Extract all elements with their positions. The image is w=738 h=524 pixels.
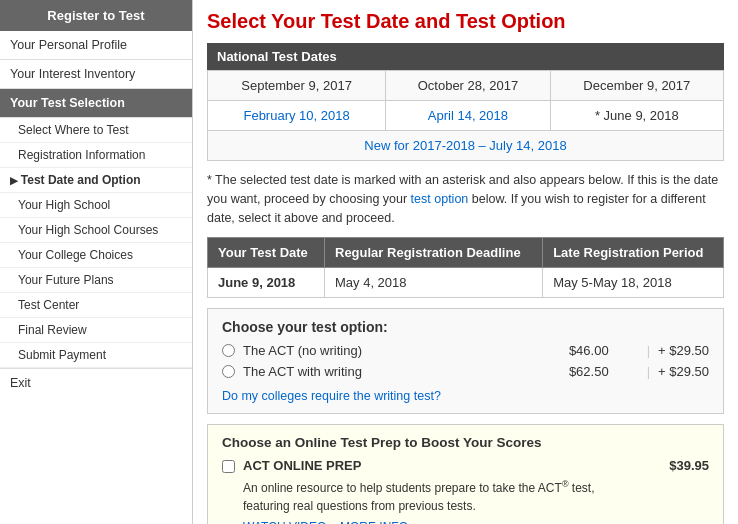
- selected-date-table: Your Test Date Regular Registration Dead…: [207, 237, 724, 298]
- new-dates-link[interactable]: New for 2017-2018 – July 14, 2018: [364, 138, 566, 153]
- national-dates-table: September 9, 2017 October 28, 2017 Decem…: [207, 70, 724, 161]
- sidebar-item-select-where[interactable]: Select Where to Test: [0, 118, 192, 143]
- selected-date-row: June 9, 2018 May 4, 2018 May 5-May 18, 2…: [208, 268, 724, 298]
- more-info-link[interactable]: MORE INFO: [340, 520, 408, 524]
- date-cell: September 9, 2017: [208, 71, 386, 101]
- sidebar-item-test-center[interactable]: Test Center: [0, 293, 192, 318]
- act-no-writing-row: The ACT (no writing) $46.00 | + $29.50: [222, 343, 709, 358]
- test-option-box: Choose your test option: The ACT (no wri…: [207, 308, 724, 414]
- date-cell[interactable]: February 10, 2018: [208, 101, 386, 131]
- date-cell[interactable]: April 14, 2018: [386, 101, 551, 131]
- table-header-row: Your Test Date Regular Registration Dead…: [208, 238, 724, 268]
- new-dates-cell[interactable]: New for 2017-2018 – July 14, 2018: [208, 131, 724, 161]
- test-option-link[interactable]: test option: [411, 192, 469, 206]
- late-period-value: May 5-May 18, 2018: [543, 268, 724, 298]
- col-header-late: Late Registration Period: [543, 238, 724, 268]
- date-link[interactable]: February 10, 2018: [243, 108, 349, 123]
- online-prep-title: Choose an Online Test Prep to Boost Your…: [222, 435, 709, 450]
- regular-deadline-value: May 4, 2018: [325, 268, 543, 298]
- exit-button[interactable]: Exit: [0, 368, 192, 397]
- online-prep-name: ACT ONLINE PREP: [243, 458, 361, 473]
- national-test-dates-header: National Test Dates: [207, 43, 724, 70]
- page-title: Select Your Test Date and Test Option: [207, 10, 724, 33]
- sidebar-item-hs-courses[interactable]: Your High School Courses: [0, 218, 192, 243]
- date-link[interactable]: April 14, 2018: [428, 108, 508, 123]
- act-with-writing-radio[interactable]: [222, 365, 235, 378]
- main-content: Select Your Test Date and Test Option Na…: [193, 0, 738, 524]
- sidebar-item-test-date[interactable]: Test Date and Option: [0, 168, 192, 193]
- act-with-writing-label: The ACT with writing: [243, 364, 529, 379]
- act-no-writing-radio[interactable]: [222, 344, 235, 357]
- selected-date-value: June 9, 2018: [208, 268, 325, 298]
- table-row: New for 2017-2018 – July 14, 2018: [208, 131, 724, 161]
- act-no-writing-extra: + $29.50: [658, 343, 709, 358]
- table-row: February 10, 2018 April 14, 2018 * June …: [208, 101, 724, 131]
- sidebar-item-final-review[interactable]: Final Review: [0, 318, 192, 343]
- col-header-regular: Regular Registration Deadline: [325, 238, 543, 268]
- act-with-writing-price: $62.50: [529, 364, 609, 379]
- sidebar-item-college-choices[interactable]: Your College Choices: [0, 243, 192, 268]
- online-prep-row: ACT ONLINE PREP $39.95 An online resourc…: [222, 458, 709, 524]
- prep-links: WATCH VIDEO MORE INFO: [243, 519, 709, 524]
- watch-video-link[interactable]: WATCH VIDEO: [243, 520, 326, 524]
- online-prep-content: ACT ONLINE PREP $39.95 An online resourc…: [243, 458, 709, 524]
- date-cell: December 9, 2017: [550, 71, 723, 101]
- divider-2: |: [647, 364, 650, 379]
- sidebar: Register to Test Your Personal Profile Y…: [0, 0, 193, 524]
- date-cell: October 28, 2017: [386, 71, 551, 101]
- sidebar-item-future-plans[interactable]: Your Future Plans: [0, 268, 192, 293]
- act-with-writing-extra: + $29.50: [658, 364, 709, 379]
- sidebar-item-registration-info[interactable]: Registration Information: [0, 143, 192, 168]
- sidebar-item-submit-payment[interactable]: Submit Payment: [0, 343, 192, 368]
- online-prep-price: $39.95: [649, 458, 709, 473]
- date-cell: * June 9, 2018: [550, 101, 723, 131]
- online-prep-box: Choose an Online Test Prep to Boost Your…: [207, 424, 724, 524]
- act-no-writing-price: $46.00: [529, 343, 609, 358]
- sidebar-header: Register to Test: [0, 0, 192, 31]
- test-option-title: Choose your test option:: [222, 319, 709, 335]
- sidebar-item-interest-inventory[interactable]: Your Interest Inventory: [0, 60, 192, 89]
- table-row: September 9, 2017 October 28, 2017 Decem…: [208, 71, 724, 101]
- online-prep-checkbox[interactable]: [222, 460, 235, 473]
- act-with-writing-row: The ACT with writing $62.50 | + $29.50: [222, 364, 709, 379]
- sidebar-item-high-school[interactable]: Your High School: [0, 193, 192, 218]
- act-no-writing-label: The ACT (no writing): [243, 343, 529, 358]
- colleges-require-link[interactable]: Do my colleges require the writing test?: [222, 389, 441, 403]
- online-prep-desc: An online resource to help students prep…: [243, 478, 709, 515]
- prep-name-price-row: ACT ONLINE PREP $39.95: [243, 458, 709, 473]
- divider-1: |: [647, 343, 650, 358]
- sidebar-item-test-selection[interactable]: Your Test Selection: [0, 89, 192, 118]
- sidebar-item-personal-profile[interactable]: Your Personal Profile: [0, 31, 192, 60]
- col-header-date: Your Test Date: [208, 238, 325, 268]
- note-text: * The selected test date is marked with …: [207, 171, 724, 227]
